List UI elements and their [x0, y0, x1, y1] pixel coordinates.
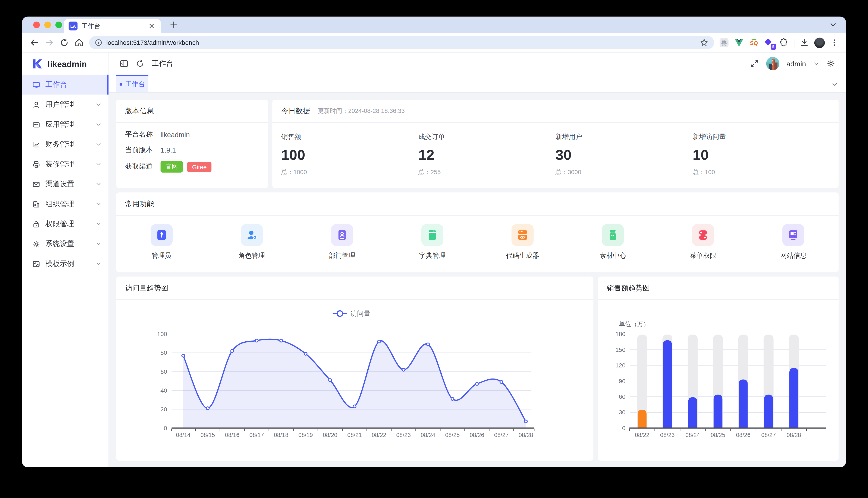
version-card-title: 版本信息 — [116, 100, 268, 123]
sales-bar-chart: 单位（万）030609012015018008/2208/2308/2408/2… — [598, 300, 839, 461]
quick-item-label: 管理员 — [151, 251, 171, 261]
stat-column: 销售额 100 总：1000 — [281, 132, 418, 176]
toolbar-divider — [794, 38, 794, 47]
stat-value: 10 — [693, 147, 830, 163]
fullscreen-icon[interactable] — [750, 59, 759, 68]
stat-label: 新增用户 — [556, 132, 693, 142]
stat-column: 新增访问量 10 总：100 — [693, 132, 830, 176]
reload-icon[interactable] — [59, 38, 69, 48]
back-icon[interactable] — [29, 38, 39, 48]
sidebar-item-user[interactable]: 用户管理 — [22, 94, 108, 114]
gitee-button[interactable]: Gitee — [187, 162, 212, 172]
stat-total: 总：1000 — [281, 168, 418, 176]
svg-text:40: 40 — [161, 387, 167, 394]
app-logo[interactable]: likeadmin — [22, 52, 108, 75]
active-tab-dot — [119, 83, 123, 86]
sidebar-item-app[interactable]: 应用管理 — [22, 115, 108, 134]
stat-column: 成交订单 12 总：255 — [418, 132, 556, 176]
quick-item-admin-tie[interactable]: 管理员 — [116, 224, 206, 261]
stat-value: 12 — [418, 147, 556, 163]
quick-item-code-window[interactable]: 代码生成器 — [477, 224, 568, 261]
quick-item-menu-toggles[interactable]: 菜单权限 — [658, 224, 749, 261]
page-tab-workbench[interactable]: 工作台 — [116, 75, 148, 92]
quick-item-label: 部门管理 — [329, 251, 355, 261]
sidebar-item-finance[interactable]: 财务管理 — [22, 134, 108, 154]
user-menu-chevron-icon[interactable] — [813, 61, 819, 67]
svg-text:08/26: 08/26 — [470, 432, 484, 438]
quick-item-material-box[interactable]: 素材中心 — [568, 224, 658, 261]
sidebar-item-template[interactable]: 模板示例 — [22, 254, 108, 274]
sidebar-item-gear[interactable]: 系统设置 — [22, 234, 108, 254]
sidebar-item-decorate[interactable]: 装修管理 — [22, 154, 108, 174]
quick-item-label: 网站信息 — [780, 251, 807, 261]
svg-text:08/24: 08/24 — [685, 432, 700, 438]
vue-extension-icon[interactable] — [734, 38, 744, 48]
username[interactable]: admin — [787, 60, 806, 68]
finance-icon — [32, 140, 40, 148]
macos-window-controls[interactable] — [33, 22, 62, 28]
today-stats: 销售额 100 总：1000 成交订单 12 总：255 新增用户 30 总：3… — [272, 123, 839, 176]
tab-close-icon[interactable] — [147, 22, 156, 30]
sidebar-item-monitor[interactable]: 工作台 — [22, 75, 108, 94]
gear-icon — [32, 240, 40, 248]
template-icon — [32, 260, 40, 268]
material-box-icon — [602, 224, 624, 246]
puzzle-icon[interactable] — [779, 38, 789, 48]
info-icon[interactable] — [94, 39, 102, 46]
quick-item-dept-card[interactable]: 部门管理 — [297, 224, 387, 261]
today-data-card: 今日数据 更新时间：2024-08-28 18:36:33 销售额 100 总：… — [272, 100, 839, 188]
quick-item-website-window[interactable]: 网站信息 — [749, 224, 839, 261]
svg-text:单位（万）: 单位（万） — [619, 321, 650, 328]
quick-item-dict-book[interactable]: 字典管理 — [387, 224, 477, 261]
chevron-down-icon — [95, 201, 102, 207]
svg-text:08/24: 08/24 — [421, 432, 435, 438]
stat-value: 100 — [281, 147, 418, 163]
browser-profile-avatar[interactable] — [814, 37, 825, 48]
refresh-icon[interactable] — [136, 59, 144, 68]
home-icon[interactable] — [74, 38, 84, 48]
visits-line-chart: 02040608010008/1408/1508/1608/1708/1808/… — [116, 300, 593, 461]
monitor-icon — [32, 80, 40, 89]
sidebar-item-channel[interactable]: 渠道设置 — [22, 174, 108, 194]
kebab-menu-icon[interactable] — [830, 38, 839, 47]
collapse-sidebar-icon[interactable] — [119, 59, 128, 68]
admin-tie-icon — [150, 224, 173, 246]
svg-text:08/19: 08/19 — [298, 432, 313, 438]
sidebar-item-label: 工作台 — [46, 80, 102, 90]
chevron-down-icon — [95, 101, 102, 108]
sidebar-item-label: 模板示例 — [46, 259, 90, 269]
user-avatar[interactable] — [766, 57, 779, 70]
react-extension-icon[interactable] — [719, 38, 729, 48]
page-tabs-bar: 工作台 — [109, 75, 846, 93]
quick-item-label: 字典管理 — [419, 251, 446, 261]
quick-items: 管理员 角色管理 部门管理 字典管理 代码生成器 — [116, 216, 839, 261]
browser-tab[interactable]: LA 工作台 — [64, 19, 161, 33]
tabs-dropdown-chevron-icon[interactable] — [831, 81, 838, 88]
stat-total: 总：255 — [418, 168, 556, 176]
sidebar-item-org[interactable]: 组织管理 — [22, 194, 108, 214]
new-tab-button[interactable] — [169, 21, 178, 29]
svg-text:08/20: 08/20 — [323, 432, 337, 438]
main-area: 工作台 admin — [109, 52, 846, 467]
sq-extension-icon[interactable]: SQ — [749, 38, 759, 48]
svg-text:100: 100 — [157, 330, 167, 337]
tab-search-chevron-icon[interactable] — [829, 21, 837, 29]
breadcrumb: 工作台 — [152, 59, 173, 69]
download-icon[interactable] — [800, 38, 809, 48]
sidebar-item-lock[interactable]: 权限管理 — [22, 214, 108, 234]
s5-extension-icon[interactable]: 5 — [764, 38, 774, 48]
svg-text:08/25: 08/25 — [445, 432, 460, 438]
settings-gear-icon[interactable] — [827, 59, 835, 68]
code-window-icon — [512, 224, 534, 246]
svg-text:08/27: 08/27 — [761, 432, 776, 438]
svg-text:180: 180 — [615, 330, 626, 337]
official-site-button[interactable]: 官网 — [161, 161, 183, 172]
forward-icon[interactable] — [44, 38, 54, 48]
today-card-title: 今日数据 — [281, 106, 310, 116]
svg-text:08/27: 08/27 — [494, 432, 509, 438]
zoom-window-button — [55, 22, 62, 28]
quick-item-role-user-gear[interactable]: 角色管理 — [206, 224, 297, 261]
url-bar[interactable]: localhost:5173/admin/workbench — [89, 36, 714, 49]
bookmark-star-icon[interactable] — [700, 38, 709, 47]
quick-functions-card: 常用功能 管理员 角色管理 部门管理 字典管理 — [116, 193, 839, 272]
